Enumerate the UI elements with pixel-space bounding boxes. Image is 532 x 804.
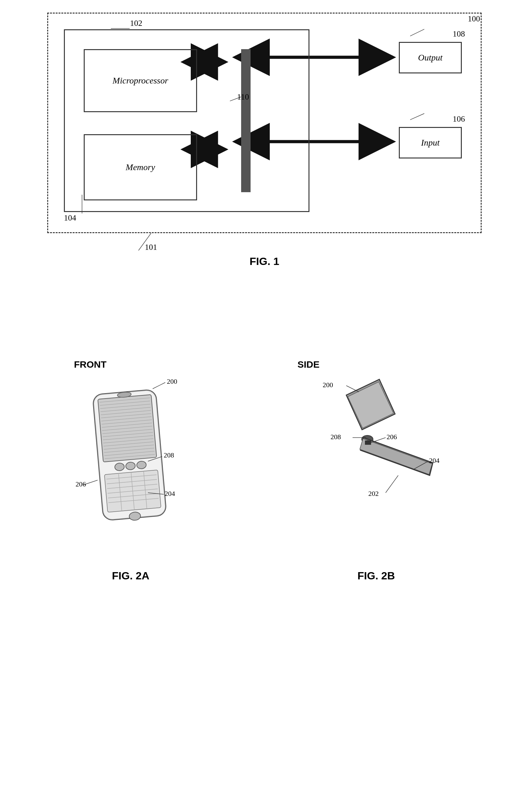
fig2b-column: SIDE [298, 359, 455, 582]
phone-side-svg: 200 208 206 204 202 [298, 376, 455, 559]
microprocessor-box: Microprocessor [84, 49, 197, 112]
input-box: Input [399, 127, 462, 159]
microprocessor-label: Microprocessor [113, 76, 168, 86]
svg-text:208: 208 [164, 451, 174, 459]
svg-text:204: 204 [165, 490, 175, 497]
fig2b-drawing: 200 208 206 204 202 [298, 376, 455, 560]
ref-101-line [47, 233, 482, 252]
ref-108: 108 [453, 29, 465, 39]
fig2a-header: FRONT [74, 359, 107, 370]
fig2b-caption: FIG. 2B [357, 570, 395, 582]
ref-104: 104 [64, 213, 76, 223]
svg-line-47 [153, 382, 165, 389]
fig1-caption: FIG. 1 [19, 255, 510, 268]
ref-110: 110 [237, 92, 249, 102]
svg-rect-66 [365, 441, 371, 444]
svg-line-9 [138, 233, 151, 251]
ref-100: 100 [468, 14, 480, 24]
svg-text:206: 206 [76, 480, 86, 488]
ref-102: 102 [130, 19, 142, 28]
svg-line-6 [410, 29, 424, 36]
svg-marker-58 [348, 382, 394, 428]
phone-front-svg: 200 208 204 206 [74, 376, 187, 559]
fig2-row: FRONT [19, 359, 510, 582]
svg-text:208: 208 [330, 433, 341, 441]
fig1-section: Microprocessor Memory Output Input 102 1… [19, 13, 510, 268]
svg-text:200: 200 [167, 378, 177, 385]
fig2a-column: FRONT [74, 359, 187, 582]
svg-text:204: 204 [429, 457, 439, 464]
svg-line-62 [346, 386, 359, 392]
input-label: Input [421, 138, 439, 148]
inner-solid-box: Microprocessor Memory [64, 29, 309, 212]
fig2b-header: SIDE [298, 359, 320, 370]
svg-line-71 [386, 475, 398, 493]
fig2a-caption: FIG. 2A [112, 570, 149, 582]
fig2a-drawing: 200 208 204 206 [74, 376, 187, 560]
output-box: Output [399, 42, 462, 73]
bus-bar [241, 49, 251, 192]
memory-box: Memory [84, 134, 197, 200]
svg-text:200: 200 [323, 381, 333, 389]
outer-dashed-box: Microprocessor Memory Output Input 102 1… [47, 13, 482, 233]
fig2-section: FRONT [19, 359, 510, 582]
svg-text:202: 202 [368, 490, 379, 497]
svg-line-7 [410, 113, 424, 120]
output-label: Output [418, 53, 443, 63]
ref-106: 106 [453, 114, 465, 124]
svg-text:206: 206 [386, 433, 397, 441]
memory-label: Memory [126, 162, 155, 172]
